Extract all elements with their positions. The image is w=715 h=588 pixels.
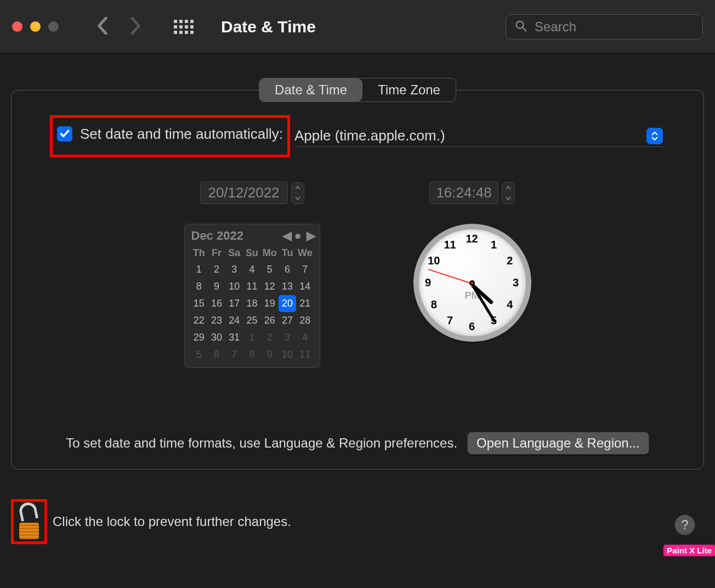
open-language-region-button[interactable]: Open Language & Region... — [467, 432, 649, 455]
show-all-prefs-icon[interactable] — [174, 20, 194, 34]
calendar-day[interactable]: 25 — [243, 312, 260, 329]
calendar-day[interactable]: 3 — [225, 261, 243, 278]
calendar-day[interactable]: 24 — [225, 312, 243, 329]
calendar-prev-icon[interactable]: ◀ — [282, 229, 289, 243]
calendar-month-label: Dec 2022 — [191, 229, 243, 243]
time-server-value: Apple (time.apple.com.) — [294, 127, 445, 144]
maximize-window-button[interactable] — [48, 21, 59, 32]
window-title: Date & Time — [221, 18, 316, 36]
calendar-day[interactable]: 28 — [296, 312, 314, 329]
calendar-dow: Su — [243, 245, 260, 261]
calendar-dow: Mo — [261, 245, 279, 261]
calendar-day[interactable]: 6 — [208, 346, 225, 363]
calendar-day[interactable]: 12 — [261, 278, 279, 295]
calendar-dow: Fr — [208, 245, 225, 261]
calendar-next-icon[interactable]: ▶ — [307, 229, 313, 243]
date-column: 20/12/2022 Dec 2022 ◀ ● ▶ ThFrSaSuMoTuWe… — [184, 182, 320, 368]
calendar-day[interactable]: 5 — [261, 261, 279, 278]
calendar-day[interactable]: 8 — [190, 278, 208, 295]
clock-number: 11 — [444, 238, 456, 251]
time-step-up[interactable] — [502, 183, 514, 193]
calendar-day[interactable]: 2 — [208, 261, 225, 278]
clock-number: 9 — [425, 276, 431, 289]
format-hint: To set date and time formats, use Langua… — [66, 436, 457, 451]
calendar-day[interactable]: 10 — [279, 346, 296, 363]
tab-time-zone[interactable]: Time Zone — [362, 78, 456, 101]
search-icon — [515, 20, 527, 34]
calendar-day[interactable]: 22 — [190, 312, 208, 329]
clock-number: 6 — [469, 320, 475, 333]
calendar-day[interactable]: 2 — [261, 329, 279, 346]
forward-button[interactable] — [130, 17, 141, 37]
calendar-day[interactable]: 1 — [190, 261, 208, 278]
calendar-day[interactable]: 30 — [208, 329, 225, 346]
time-field[interactable]: 16:24:48 — [429, 182, 515, 204]
calendar-day[interactable]: 15 — [190, 295, 208, 312]
calendar-day[interactable]: 7 — [296, 261, 314, 278]
calendar-day[interactable]: 8 — [243, 346, 260, 363]
clock-number: 5 — [491, 314, 497, 327]
calendar-dow: Sa — [225, 245, 243, 261]
search-input[interactable] — [535, 19, 694, 35]
calendar-day[interactable]: 4 — [243, 261, 260, 278]
calendar-day[interactable]: 21 — [296, 295, 314, 312]
calendar-day[interactable]: 9 — [261, 346, 279, 363]
search-box[interactable] — [506, 14, 703, 39]
lock-hint: Click the lock to prevent further change… — [53, 514, 291, 529]
lock-row: Click the lock to prevent further change… — [11, 499, 291, 544]
clock-number: 10 — [428, 255, 440, 267]
calendar-day[interactable]: 3 — [279, 329, 296, 346]
time-server-field[interactable]: Apple (time.apple.com.) — [294, 125, 665, 147]
calendar-day[interactable]: 7 — [225, 346, 243, 363]
calendar-today-icon[interactable]: ● — [294, 229, 301, 243]
calendar-day[interactable]: 5 — [190, 346, 208, 363]
traffic-lights — [12, 21, 59, 32]
auto-time-checkbox[interactable] — [57, 126, 72, 142]
time-step-down[interactable] — [502, 193, 514, 203]
calendar[interactable]: Dec 2022 ◀ ● ▶ ThFrSaSuMoTuWe12345678910… — [184, 224, 320, 368]
calendar-day[interactable]: 31 — [225, 329, 243, 346]
tab-date-time[interactable]: Date & Time — [259, 78, 362, 101]
calendar-dow: Tu — [279, 245, 296, 261]
auto-time-row: Set date and time automatically: Apple (… — [50, 123, 665, 149]
back-button[interactable] — [97, 17, 108, 37]
date-step-down[interactable] — [292, 193, 304, 203]
clock-number: 8 — [431, 298, 437, 311]
minimize-window-button[interactable] — [30, 21, 41, 32]
calendar-dow: We — [296, 245, 314, 261]
clock-number: 12 — [466, 233, 478, 245]
date-step-up[interactable] — [292, 183, 304, 193]
calendar-day[interactable]: 10 — [225, 278, 243, 295]
calendar-day[interactable]: 26 — [261, 312, 279, 329]
lock-icon[interactable] — [16, 504, 42, 539]
calendar-day[interactable]: 16 — [208, 295, 225, 312]
panel-footer: To set date and time formats, use Langua… — [12, 432, 703, 455]
calendar-day[interactable]: 11 — [243, 278, 260, 295]
calendar-day[interactable]: 19 — [261, 295, 279, 312]
time-input[interactable]: 16:24:48 — [429, 182, 498, 204]
main-panel: Set date and time automatically: Apple (… — [11, 90, 704, 470]
help-button[interactable]: ? — [674, 514, 695, 535]
time-server-dropdown-button[interactable] — [646, 128, 663, 144]
calendar-day[interactable]: 11 — [296, 346, 314, 363]
calendar-day[interactable]: 13 — [279, 278, 296, 295]
analog-clock: PM 123456789101112 — [413, 224, 531, 342]
calendar-day[interactable]: 29 — [190, 329, 208, 346]
calendar-day[interactable]: 4 — [296, 329, 314, 346]
close-window-button[interactable] — [12, 21, 22, 32]
calendar-day[interactable]: 17 — [225, 295, 243, 312]
date-input[interactable]: 20/12/2022 — [200, 182, 288, 204]
time-stepper[interactable] — [502, 182, 515, 204]
date-stepper[interactable] — [291, 182, 304, 204]
calendar-day[interactable]: 14 — [296, 278, 314, 295]
calendar-day[interactable]: 1 — [243, 329, 260, 346]
date-field[interactable]: 20/12/2022 — [200, 182, 304, 204]
clock-number: 1 — [491, 238, 497, 251]
calendar-day[interactable]: 20 — [279, 295, 296, 312]
calendar-day[interactable]: 9 — [208, 278, 225, 295]
calendar-dow: Th — [190, 245, 208, 261]
calendar-day[interactable]: 23 — [208, 312, 225, 329]
calendar-day[interactable]: 18 — [243, 295, 260, 312]
calendar-day[interactable]: 27 — [279, 312, 296, 329]
calendar-day[interactable]: 6 — [279, 261, 296, 278]
